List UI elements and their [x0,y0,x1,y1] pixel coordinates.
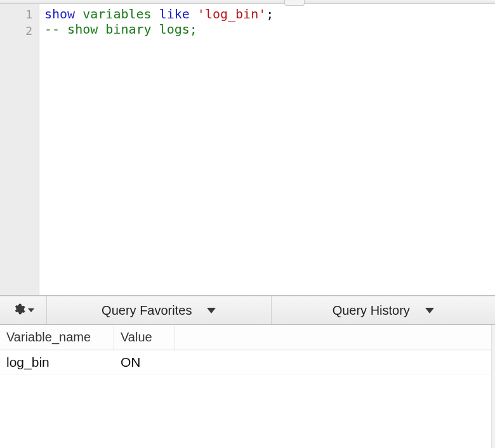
sql-editor[interactable]: 12 show variables like 'log_bin';-- show… [0,4,495,296]
column-header-label: Variable_name [6,330,91,345]
column-header-value[interactable]: Value [114,325,175,350]
results-table: Variable_name Value log_binON [0,325,495,448]
results-header-row: Variable_name Value [0,325,495,350]
chevron-down-icon [28,308,34,312]
code-token: -- show binary logs; [44,22,197,37]
actions-menu-button[interactable] [0,296,47,324]
code-token: variables [82,6,151,22]
line-number: 1 [0,6,39,23]
vertical-scrollbar[interactable] [491,325,495,448]
results-body[interactable]: log_binON [0,350,495,448]
query-toolbar: Query Favorites Query History [0,296,495,325]
query-history-button[interactable]: Query History [272,296,496,324]
cell-spacer [175,350,495,374]
chevron-down-icon [425,308,434,313]
code-line[interactable]: -- show binary logs; [44,22,495,37]
code-token [152,6,159,22]
column-header-label: Value [121,330,152,345]
column-header-spacer [175,325,495,350]
table-row[interactable]: log_binON [0,350,495,374]
line-number-gutter: 12 [0,4,39,295]
code-token [75,6,82,22]
chevron-down-icon [207,308,216,313]
code-line[interactable]: show variables like 'log_bin'; [44,6,495,22]
line-number: 2 [0,23,39,39]
code-token: like [159,6,190,22]
code-token: 'log_bin' [197,6,266,22]
column-header-variable-name[interactable]: Variable_name [0,325,114,350]
query-favorites-label: Query Favorites [102,303,192,318]
tab-strip [0,0,495,4]
code-token: show [44,6,75,22]
query-history-label: Query History [333,303,410,318]
code-token [190,6,197,22]
gear-icon [13,303,25,319]
code-token: ; [266,6,274,22]
cell-variable-name[interactable]: log_bin [0,350,114,374]
query-favorites-button[interactable]: Query Favorites [47,296,272,324]
code-area[interactable]: show variables like 'log_bin';-- show bi… [39,4,495,295]
cell-value[interactable]: ON [114,350,175,374]
